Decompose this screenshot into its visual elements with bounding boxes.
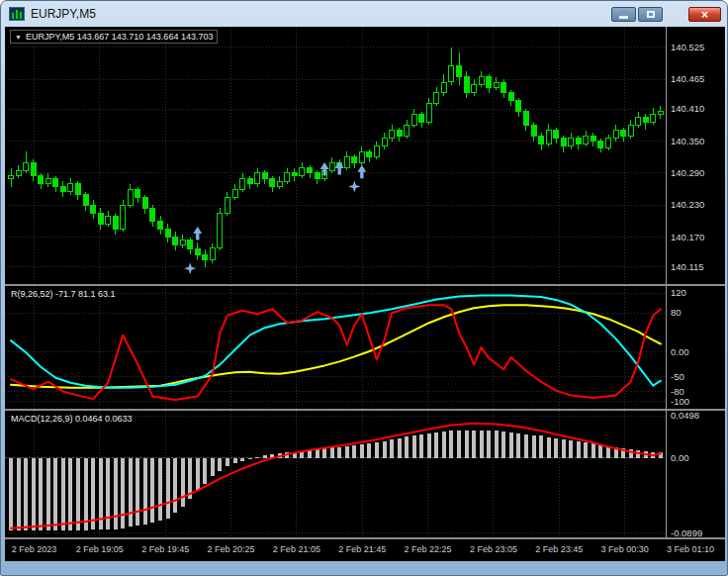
- candle[interactable]: [173, 238, 178, 245]
- candle[interactable]: [255, 173, 260, 184]
- candle[interactable]: [240, 178, 245, 189]
- candle[interactable]: [232, 189, 237, 197]
- candle[interactable]: [344, 157, 349, 168]
- candle[interactable]: [658, 112, 663, 115]
- candle[interactable]: [546, 131, 551, 144]
- candle[interactable]: [262, 173, 267, 178]
- candle[interactable]: [584, 136, 589, 144]
- candle[interactable]: [329, 162, 334, 170]
- candle[interactable]: [501, 82, 506, 93]
- indicator-canvas[interactable]: 120800.00-50-80-100: [5, 286, 725, 409]
- candle[interactable]: [285, 173, 290, 181]
- price-chart-panel[interactable]: 140.525140.465140.410140.350140.290140.2…: [5, 27, 725, 284]
- candle[interactable]: [411, 114, 416, 125]
- candle[interactable]: [508, 93, 513, 101]
- candle[interactable]: [292, 173, 297, 176]
- close-button[interactable]: ×: [688, 7, 721, 22]
- candle[interactable]: [203, 254, 208, 259]
- scale-tick-label: -50: [671, 371, 684, 382]
- candle[interactable]: [300, 168, 305, 176]
- candle[interactable]: [426, 104, 431, 123]
- candle[interactable]: [180, 240, 185, 245]
- candle[interactable]: [628, 125, 633, 136]
- candle[interactable]: [31, 162, 36, 176]
- candle[interactable]: [9, 176, 14, 179]
- candle[interactable]: [277, 181, 282, 186]
- candle[interactable]: [636, 117, 641, 125]
- candle[interactable]: [121, 205, 126, 229]
- indicator-panel[interactable]: 120800.00-50-80-100 R(9,26,52) -71.7 81.…: [5, 286, 725, 409]
- candle[interactable]: [91, 205, 96, 213]
- candle[interactable]: [405, 125, 410, 136]
- candle[interactable]: [598, 142, 603, 148]
- candle[interactable]: [569, 139, 574, 146]
- restore-button[interactable]: [638, 7, 663, 22]
- candle[interactable]: [591, 136, 595, 141]
- candle[interactable]: [352, 157, 357, 162]
- candle[interactable]: [315, 173, 319, 178]
- candle[interactable]: [434, 93, 439, 104]
- candle[interactable]: [128, 189, 133, 205]
- candle[interactable]: [441, 82, 446, 93]
- candle[interactable]: [561, 139, 566, 146]
- candle[interactable]: [24, 162, 29, 170]
- chart-icon-bar: [20, 12, 22, 19]
- time-axis[interactable]: 2 Feb 20232 Feb 19:052 Feb 19:452 Feb 20…: [5, 539, 725, 561]
- titlebar[interactable]: EURJPY,M5 ×: [1, 1, 727, 27]
- candle[interactable]: [75, 184, 80, 195]
- candle[interactable]: [621, 131, 626, 136]
- candle[interactable]: [479, 77, 484, 85]
- candle[interactable]: [374, 146, 379, 157]
- candle[interactable]: [457, 66, 462, 77]
- candle[interactable]: [494, 82, 499, 87]
- candle[interactable]: [554, 131, 559, 139]
- candle[interactable]: [539, 136, 544, 144]
- price-chart-canvas[interactable]: 140.525140.465140.410140.350140.290140.2…: [5, 27, 725, 284]
- candle[interactable]: [367, 151, 372, 156]
- dropdown-icon[interactable]: ▼: [15, 34, 22, 41]
- candle[interactable]: [113, 216, 118, 230]
- candle[interactable]: [382, 139, 387, 146]
- candle[interactable]: [576, 139, 581, 144]
- candle[interactable]: [165, 230, 170, 238]
- candle[interactable]: [83, 195, 88, 206]
- candle[interactable]: [195, 249, 200, 254]
- candle[interactable]: [98, 214, 103, 225]
- candle[interactable]: [390, 131, 395, 139]
- candle[interactable]: [472, 85, 477, 93]
- candle[interactable]: [651, 114, 656, 122]
- candle[interactable]: [46, 178, 50, 183]
- candle[interactable]: [397, 131, 402, 136]
- candle[interactable]: [247, 178, 252, 183]
- candle[interactable]: [643, 117, 648, 122]
- macd-canvas[interactable]: 0.04980.00-0.0899: [5, 411, 725, 537]
- candle[interactable]: [136, 189, 140, 197]
- candle[interactable]: [449, 66, 454, 82]
- candle[interactable]: [613, 131, 618, 139]
- candle[interactable]: [270, 178, 275, 186]
- candle[interactable]: [531, 125, 536, 136]
- candle[interactable]: [464, 77, 469, 93]
- candle[interactable]: [150, 208, 155, 222]
- candle[interactable]: [53, 178, 58, 186]
- candle[interactable]: [225, 197, 229, 213]
- candle[interactable]: [308, 168, 313, 173]
- candle[interactable]: [158, 222, 163, 230]
- candle[interactable]: [68, 184, 73, 192]
- candle[interactable]: [218, 214, 223, 248]
- candle[interactable]: [523, 112, 528, 126]
- candle[interactable]: [16, 170, 21, 175]
- candle[interactable]: [106, 216, 111, 224]
- candle[interactable]: [606, 139, 611, 147]
- candle[interactable]: [39, 176, 44, 184]
- candle[interactable]: [359, 151, 364, 162]
- candle[interactable]: [210, 248, 215, 260]
- minimize-button[interactable]: [611, 7, 636, 22]
- candle[interactable]: [419, 114, 424, 122]
- macd-panel[interactable]: 0.04980.00-0.0899 MACD(12,26,9) 0.0464 0…: [5, 411, 725, 537]
- candle[interactable]: [487, 77, 492, 88]
- candle[interactable]: [142, 197, 147, 208]
- candle[interactable]: [60, 187, 65, 192]
- candle[interactable]: [188, 240, 193, 249]
- candle[interactable]: [516, 101, 521, 112]
